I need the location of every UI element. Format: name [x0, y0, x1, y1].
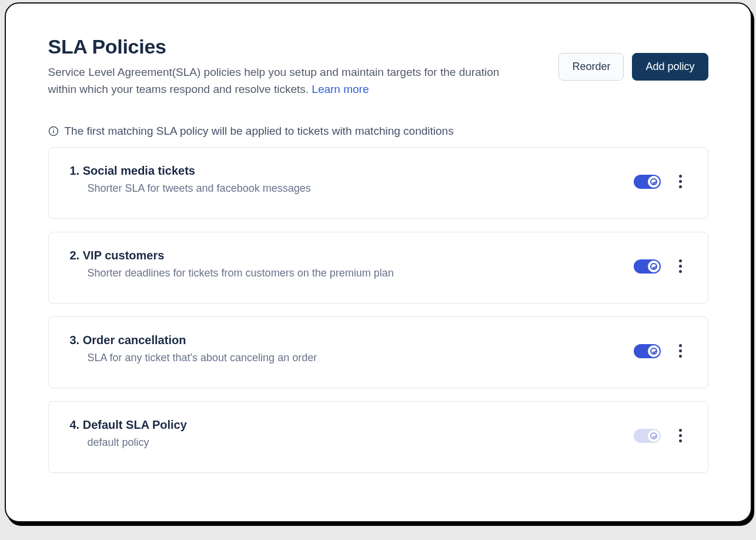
- check-icon: [650, 178, 657, 185]
- kebab-menu-icon[interactable]: [675, 342, 687, 360]
- policy-title: 3. Order cancellation: [70, 334, 622, 347]
- policy-title: 2. VIP customers: [70, 249, 622, 262]
- policy-description: SLA for any ticket that's about cancelin…: [88, 352, 622, 364]
- policy-toggle[interactable]: [634, 429, 661, 443]
- kebab-menu-icon[interactable]: [675, 172, 687, 191]
- check-icon: [650, 348, 657, 355]
- policy-number: 2.: [70, 249, 83, 262]
- header-actions: Reorder Add policy: [558, 53, 708, 81]
- policy-controls: [634, 426, 687, 445]
- info-note: The first matching SLA policy will be ap…: [48, 125, 708, 138]
- sla-policies-window: SLA Policies Service Level Agreement(SLA…: [5, 2, 752, 522]
- policy-name: Order cancellation: [83, 334, 186, 346]
- toggle-knob: [648, 176, 660, 188]
- info-note-text: The first matching SLA policy will be ap…: [65, 125, 454, 138]
- policy-name: Default SLA Policy: [83, 418, 187, 431]
- policy-number: 1.: [70, 164, 83, 177]
- policy-toggle[interactable]: [634, 344, 661, 358]
- policy-number: 4.: [70, 418, 83, 431]
- policy-info: 2. VIP customersShorter deadlines for ti…: [70, 249, 622, 279]
- toggle-knob: [648, 430, 660, 442]
- policy-name: VIP customers: [83, 249, 165, 262]
- policy-info: 4. Default SLA Policydefault policy: [70, 418, 622, 449]
- policy-description: Shorter deadlines for tickets from custo…: [88, 267, 622, 279]
- policy-number: 3.: [70, 334, 83, 346]
- policy-card[interactable]: 2. VIP customersShorter deadlines for ti…: [48, 232, 708, 304]
- policy-toggle[interactable]: [634, 175, 661, 189]
- header-row: SLA Policies Service Level Agreement(SLA…: [48, 35, 708, 98]
- policy-description: Shorter SLA for tweets and facebook mess…: [88, 182, 622, 195]
- check-icon: [650, 432, 657, 439]
- toggle-knob: [648, 345, 660, 357]
- subtitle-text: Service Level Agreement(SLA) policies he…: [48, 66, 500, 95]
- page-title: SLA Policies: [48, 35, 530, 58]
- policy-card[interactable]: 3. Order cancellationSLA for any ticket …: [48, 316, 708, 388]
- toggle-knob: [648, 261, 660, 272]
- policy-controls: [634, 257, 687, 275]
- policy-card[interactable]: 4. Default SLA Policydefault policy: [48, 401, 708, 473]
- policies-list: 1. Social media ticketsShorter SLA for t…: [48, 147, 708, 473]
- policy-info: 3. Order cancellationSLA for any ticket …: [70, 334, 622, 364]
- policy-description: default policy: [88, 436, 622, 449]
- policy-controls: [634, 342, 687, 360]
- reorder-button[interactable]: Reorder: [558, 53, 624, 81]
- kebab-menu-icon[interactable]: [675, 257, 687, 275]
- policy-name: Social media tickets: [83, 164, 195, 177]
- add-policy-button[interactable]: Add policy: [632, 53, 708, 81]
- header-text: SLA Policies Service Level Agreement(SLA…: [48, 35, 530, 98]
- info-icon: [48, 126, 59, 136]
- policy-title: 4. Default SLA Policy: [70, 418, 622, 432]
- svg-point-2: [53, 129, 54, 130]
- policy-toggle[interactable]: [634, 259, 661, 274]
- kebab-menu-icon[interactable]: [675, 426, 687, 445]
- page-subtitle: Service Level Agreement(SLA) policies he…: [48, 64, 530, 98]
- policy-info: 1. Social media ticketsShorter SLA for t…: [70, 164, 622, 195]
- policy-title: 1. Social media tickets: [70, 164, 622, 178]
- policy-card[interactable]: 1. Social media ticketsShorter SLA for t…: [48, 147, 708, 219]
- check-icon: [650, 263, 657, 270]
- policy-controls: [634, 172, 687, 191]
- learn-more-link[interactable]: Learn more: [312, 83, 369, 95]
